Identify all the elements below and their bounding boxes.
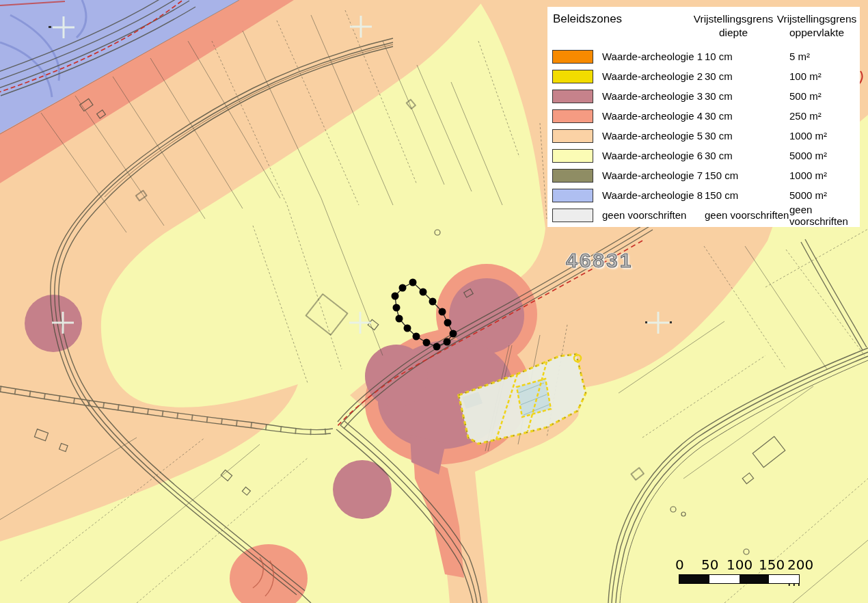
legend-column-header-depth: Vrijstellingsgrens diepte xyxy=(688,12,779,40)
legend-area-value: 1000 m² xyxy=(789,170,865,181)
legend-depth-value: 30 cm xyxy=(705,150,789,161)
legend-row: Waarde-archeologie 8 150 cm 5000 m² xyxy=(547,185,860,205)
legend-row: Waarde-archeologie 4 30 cm 250 m² xyxy=(547,106,860,126)
legend-column-header-area: Vrijstellingsgrens oppervlakte xyxy=(774,12,859,40)
legend-zone-label: Waarde-archeologie 8 xyxy=(602,189,705,201)
legend-row: Waarde-archeologie 2 30 cm 100 m² xyxy=(547,66,860,86)
scale-label: 100 xyxy=(727,557,752,573)
legend-area-value: 5000 m² xyxy=(789,150,865,161)
legend-area-value: 100 m² xyxy=(789,70,865,82)
legend-depth-value: 150 cm xyxy=(705,189,789,201)
legend-color-swatch xyxy=(552,109,593,123)
legend-zone-label: Waarde-archeologie 1 xyxy=(602,51,705,62)
legend-color-swatch xyxy=(552,90,593,103)
legend-panel: Beleidszones Vrijstellingsgrens diepte V… xyxy=(547,7,860,227)
map-viewer: 46831 Beleidszones Vrijstellingsgrens di… xyxy=(0,0,868,603)
legend-color-swatch xyxy=(552,149,593,163)
scale-label: 200 m xyxy=(787,557,830,589)
legend-area-value: 1000 m² xyxy=(789,130,865,142)
legend-color-swatch xyxy=(552,129,593,143)
legend-color-swatch xyxy=(552,50,593,64)
scale-bar-segments xyxy=(679,574,800,584)
legend-color-swatch xyxy=(552,209,593,222)
zone-archeologie-3-circle-south xyxy=(333,460,392,519)
legend-zone-label: geen voorschriften xyxy=(602,209,705,221)
legend-area-value: 5 m² xyxy=(789,51,865,62)
legend-row: Waarde-archeologie 6 30 cm 5000 m² xyxy=(547,146,860,165)
legend-area-value: 5000 m² xyxy=(789,189,865,201)
legend-zone-label: Waarde-archeologie 7 xyxy=(602,170,705,181)
legend-row: Waarde-archeologie 5 30 cm 1000 m² xyxy=(547,126,860,146)
legend-depth-value: geen voorschriften xyxy=(705,209,789,221)
scale-label: 0 xyxy=(675,557,684,573)
legend-zone-label: Waarde-archeologie 2 xyxy=(602,70,705,82)
scale-label: 150 xyxy=(759,557,785,573)
scale-label: 50 xyxy=(701,557,718,573)
legend-rows: Waarde-archeologie 1 10 cm 5 m² Waarde-a… xyxy=(547,46,860,225)
legend-row: Waarde-archeologie 7 150 cm 1000 m² xyxy=(547,165,860,185)
legend-row: geen voorschriften geen voorschriften ge… xyxy=(547,205,860,225)
scale-bar: 0 50 100 150 200 m xyxy=(673,557,830,587)
legend-depth-value: 10 cm xyxy=(705,51,789,62)
legend-zone-label: Waarde-archeologie 4 xyxy=(602,110,705,122)
parcel-number-label: 46831 xyxy=(566,249,633,272)
legend-color-swatch xyxy=(552,189,593,202)
legend-depth-value: 30 cm xyxy=(705,70,789,82)
legend-area-value: 500 m² xyxy=(789,90,865,102)
legend-depth-value: 30 cm xyxy=(705,130,789,142)
legend-depth-value: 30 cm xyxy=(705,110,789,122)
legend-title: Beleidszones xyxy=(553,12,622,26)
legend-row: Waarde-archeologie 3 30 cm 500 m² xyxy=(547,86,860,106)
legend-area-value: 250 m² xyxy=(789,110,865,122)
legend-color-swatch xyxy=(552,169,593,183)
legend-zone-label: Waarde-archeologie 6 xyxy=(602,150,705,161)
legend-color-swatch xyxy=(552,70,593,83)
legend-zone-label: Waarde-archeologie 5 xyxy=(602,130,705,142)
legend-depth-value: 30 cm xyxy=(705,90,789,102)
legend-zone-label: Waarde-archeologie 3 xyxy=(602,90,705,102)
legend-depth-value: 150 cm xyxy=(705,170,789,181)
legend-area-value: geen voorschriften xyxy=(789,204,865,227)
legend-row: Waarde-archeologie 1 10 cm 5 m² xyxy=(547,46,860,66)
